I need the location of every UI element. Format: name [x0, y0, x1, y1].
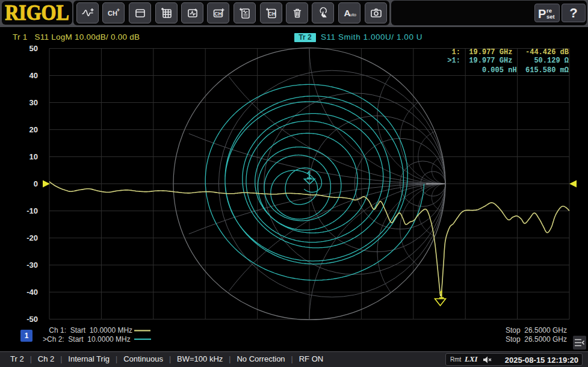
- svg-text:CH: CH: [214, 11, 221, 17]
- svg-text:P: P: [538, 7, 546, 20]
- svg-text:CH: CH: [108, 10, 117, 17]
- svg-text:set: set: [546, 13, 556, 20]
- svg-text:uto: uto: [349, 11, 356, 17]
- svg-text:+: +: [116, 7, 119, 13]
- svg-text:CH: CH: [268, 11, 275, 17]
